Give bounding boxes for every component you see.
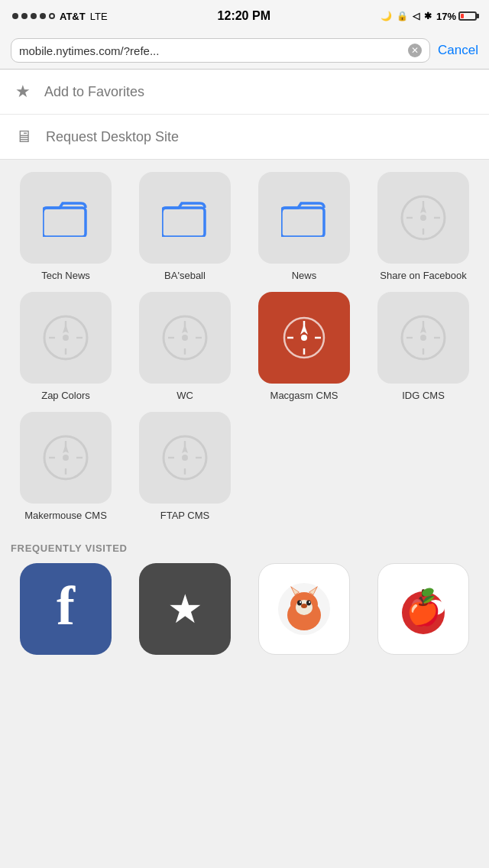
fav-label-tech-news: Tech News [41,270,90,283]
compass-svg-idg [399,313,448,362]
fav-icon-idg [377,292,469,384]
network-label: LTE [90,11,108,22]
freq-item-fox[interactable] [249,563,359,655]
folder-svg-baseball [162,199,208,237]
request-desktop-label: Request Desktop Site [46,129,179,145]
compass-svg-macgasm [280,313,329,362]
svg-rect-2 [281,208,324,237]
svg-rect-0 [43,208,86,237]
fav-label-baseball: BA'seball [164,270,206,283]
battery-indicator: 17% [436,11,477,22]
status-right: 🌙 🔒 ◁ ✱ 17% [381,11,477,22]
svg-point-25 [301,335,307,341]
freq-item-milo[interactable]: ★ [130,563,240,655]
fav-item-ftap[interactable]: FTAP CMS [130,412,240,523]
menu-section: ★ Add to Favorites 🖥 Request Desktop Sit… [0,70,489,160]
svg-point-4 [420,215,426,221]
fav-label-wc: WC [176,390,193,403]
fav-icon-share-facebook [377,172,469,264]
svg-marker-9 [420,204,426,213]
fav-icon-zap-colors [20,292,112,384]
request-desktop-item[interactable]: 🖥 Request Desktop Site [0,115,489,159]
freq-item-apple[interactable]: 🍎 [368,563,478,655]
dot2 [21,13,28,19]
svg-point-62 [306,600,311,605]
add-favorites-item[interactable]: ★ Add to Favorites [0,70,489,115]
fav-item-share-facebook[interactable]: Share on Facebook [368,172,478,283]
fav-label-share-facebook: Share on Facebook [380,270,466,283]
battery-pct: 17% [436,11,456,22]
url-bar: mobile.nytimes.com/?refe... ✕ Cancel [0,32,489,70]
fav-label-zap-colors: Zap Colors [41,390,90,403]
favorites-grid: Tech News BA'seball News [11,172,478,523]
location-icon: ◁ [413,11,419,21]
svg-marker-44 [63,444,69,453]
lock-icon: 🔒 [397,11,408,21]
cancel-button[interactable]: Cancel [438,43,478,58]
freq-icon-facebook: f [20,563,112,655]
fav-icon-ftap [139,412,231,504]
fav-label-makermouse: Makermouse CMS [24,510,107,523]
star-icon: ★ [15,82,31,102]
fox-svg [274,578,335,640]
freq-item-facebook[interactable]: f [11,563,121,655]
svg-point-11 [63,335,69,341]
star-icon: ★ [167,586,203,632]
fav-icon-macgasm [258,292,350,384]
svg-point-46 [182,455,188,461]
svg-marker-51 [182,444,188,453]
url-clear-button[interactable]: ✕ [408,44,422,57]
freq-icon-fox [258,563,350,655]
compass-svg-makermouse [41,433,90,482]
frequently-visited-section: FREQUENTLY VISITED f ★ [0,535,489,666]
svg-point-64 [309,601,310,602]
svg-marker-37 [420,324,426,333]
status-bar: AT&T LTE 12:20 PM 🌙 🔒 ◁ ✱ 17% [0,0,489,32]
freq-grid: f ★ [11,563,478,655]
signal-dots [12,13,55,19]
battery-icon [458,11,477,21]
carrier-label: AT&T [60,11,86,22]
fav-item-news[interactable]: News [249,172,359,283]
svg-point-63 [300,601,301,602]
monitor-icon: 🖥 [15,127,32,147]
svg-marker-23 [182,324,188,333]
fav-item-idg[interactable]: IDG CMS [368,292,478,403]
fav-icon-makermouse [20,412,112,504]
add-favorites-label: Add to Favorites [44,84,144,100]
fav-item-makermouse[interactable]: Makermouse CMS [11,412,121,523]
svg-point-32 [420,335,426,341]
fav-icon-baseball [139,172,231,264]
freq-icon-apple: 🍎 [377,563,469,655]
fav-label-news: News [292,270,317,283]
fav-item-baseball[interactable]: BA'seball [130,172,240,283]
freq-icon-milo: ★ [139,563,231,655]
dot4 [40,13,46,19]
dot3 [31,13,37,19]
svg-marker-16 [63,324,69,333]
fav-label-ftap: FTAP CMS [160,510,210,523]
svg-text:🍎: 🍎 [406,594,441,627]
apple-svg: 🍎 [393,578,454,640]
moon-icon: 🌙 [381,11,392,21]
compass-svg-zap-colors [41,313,90,362]
fb-f-icon: f [57,575,75,638]
status-time: 12:20 PM [218,9,270,23]
folder-svg-tech-news [43,199,89,237]
bluetooth-icon: ✱ [424,11,432,21]
svg-point-39 [63,455,69,461]
fav-item-wc[interactable]: WC [130,292,240,403]
fav-item-zap-colors[interactable]: Zap Colors [11,292,121,403]
fav-label-macgasm: Macgasm CMS [270,390,338,403]
folder-svg-news [281,199,327,237]
compass-svg-ftap [160,433,209,482]
svg-rect-1 [162,208,205,237]
freq-title: FREQUENTLY VISITED [11,542,478,554]
url-input-wrap[interactable]: mobile.nytimes.com/?refe... ✕ [11,38,430,63]
svg-point-18 [182,335,188,341]
compass-svg-share-facebook [399,193,448,242]
svg-marker-30 [300,324,308,335]
battery-fill [461,14,464,18]
fav-item-tech-news[interactable]: Tech News [11,172,121,283]
fav-item-macgasm[interactable]: Macgasm CMS [249,292,359,403]
